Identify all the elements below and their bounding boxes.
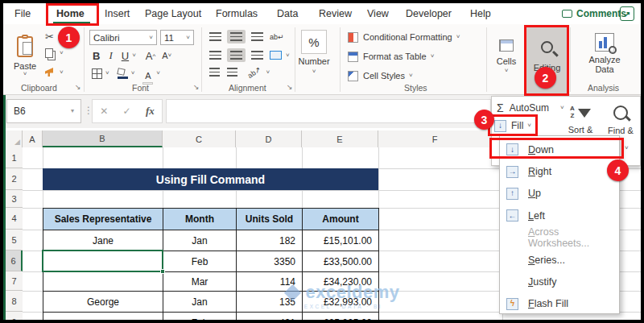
cut-icon[interactable]: ✂ [45, 31, 54, 43]
cell-b8[interactable]: George [43, 292, 163, 313]
fill-color-icon[interactable] [118, 68, 128, 79]
col-header-a[interactable]: A [23, 130, 43, 147]
col-header-d[interactable]: D [236, 130, 302, 147]
selected-cell-outline[interactable] [42, 250, 163, 272]
cell-e5[interactable]: £15,101.00 [303, 230, 379, 251]
row-header-9[interactable]: 9 [6, 312, 23, 320]
name-box-dropdown-icon[interactable]: ▾ [71, 108, 74, 114]
cell-e6[interactable]: £33,500.00 [303, 251, 379, 272]
select-all-corner[interactable]: ◢ [6, 130, 23, 147]
copy-icon[interactable] [45, 48, 53, 58]
shrink-font-button[interactable]: A [162, 51, 167, 60]
col-header-f[interactable]: F [378, 130, 491, 147]
underline-button[interactable]: U [122, 50, 129, 62]
font-color-icon[interactable]: A [142, 68, 153, 79]
formula-input[interactable] [166, 99, 491, 123]
menu-item-series[interactable]: Series... [500, 249, 619, 271]
align-right-button[interactable] [251, 51, 263, 60]
row-header-8[interactable]: 8 [6, 291, 23, 312]
row-header-2[interactable]: 2 [6, 168, 23, 190]
cell-b7[interactable] [43, 272, 163, 292]
find-select-button[interactable]: Find & [602, 100, 639, 140]
name-box[interactable]: B6 ▾ [6, 99, 81, 123]
cell-styles-button[interactable]: Cell Styles ˅ [348, 69, 413, 82]
wrap-text-button[interactable]: ab↵ [270, 33, 284, 41]
format-painter-icon[interactable] [45, 68, 53, 77]
number-group-button-label[interactable]: Number [298, 56, 329, 66]
increase-indent-button[interactable] [227, 68, 237, 77]
menu-item-left[interactable]: ← Left [500, 205, 619, 226]
font-dialog-launcher-icon[interactable]: ↘ [193, 83, 200, 91]
tab-data[interactable]: Data [277, 8, 298, 19]
cell-e8[interactable]: £32,993.00 [303, 292, 379, 313]
cell-d9[interactable]: 401 [237, 313, 303, 321]
header-cell[interactable]: Month [163, 209, 237, 230]
menu-item-up[interactable]: ↑ Up [500, 183, 619, 205]
tab-developer[interactable]: Developer [406, 8, 452, 19]
enter-icon[interactable]: ✓ [123, 106, 131, 117]
cell-b9[interactable] [43, 313, 163, 321]
col-header-c[interactable]: C [163, 130, 236, 147]
share-icon[interactable]: ↗ [620, 6, 634, 21]
menu-item-flash-fill[interactable]: ϟ Flash Fill [500, 293, 619, 315]
cell-e9[interactable]: £25,205.00 [303, 313, 379, 321]
tab-review[interactable]: Review [319, 8, 352, 19]
merge-center-icon[interactable] [270, 51, 282, 60]
center-button[interactable] [227, 48, 246, 62]
sort-filter-button[interactable]: AZ Sort & [562, 100, 599, 140]
paste-button[interactable]: Paste ˅ [10, 29, 40, 84]
top-align-button[interactable] [209, 32, 221, 41]
bottom-align-button[interactable] [251, 32, 263, 41]
tab-page-layout[interactable]: Page Layout [145, 8, 201, 19]
clipboard-dialog-launcher-icon[interactable]: ↘ [75, 83, 81, 91]
cell-d6[interactable]: 3350 [237, 251, 303, 272]
row-header-7[interactable]: 7 [6, 271, 23, 291]
tab-view[interactable]: View [367, 8, 389, 19]
font-size-combo[interactable]: 11˅ [160, 30, 194, 45]
cell-b5[interactable]: Jane [43, 230, 163, 251]
bold-button[interactable]: B [93, 50, 100, 62]
cell-c9[interactable]: Feb [163, 313, 237, 321]
cancel-icon[interactable]: ✕ [100, 106, 108, 117]
cell-c7[interactable]: Mar [163, 272, 237, 292]
percent-style-button[interactable]: % [301, 30, 327, 54]
tab-file[interactable]: File [14, 8, 31, 19]
cell-d8[interactable]: 135 [237, 292, 303, 313]
conditional-formatting-button[interactable]: Conditional Formatting ˅ [348, 31, 460, 43]
header-cell[interactable]: Amount [303, 209, 379, 230]
middle-align-button[interactable] [227, 30, 246, 43]
col-header-e[interactable]: E [302, 130, 378, 147]
align-left-button[interactable] [209, 51, 221, 60]
tab-formulas[interactable]: Formulas [216, 8, 258, 19]
row-header-3[interactable]: 3 [6, 190, 23, 208]
grow-font-button[interactable]: A [146, 50, 153, 62]
cell-c5[interactable]: Jan [163, 230, 237, 251]
format-as-table-button[interactable]: Format as Table ˅ [348, 50, 434, 63]
autosum-button[interactable]: Σ AutoSum ˅ [497, 101, 564, 115]
find-select-chevron-icon[interactable]: ˅ [625, 145, 629, 151]
analyze-data-button[interactable]: Analyze Data [576, 27, 633, 79]
row-header-6-selected[interactable]: 6 [6, 251, 23, 271]
header-cell[interactable]: Units Sold [237, 209, 303, 230]
alignment-dialog-launcher-icon[interactable]: ↘ [287, 83, 293, 91]
tab-help[interactable]: Help [470, 8, 491, 19]
row-header-5[interactable]: 5 [6, 230, 23, 251]
fill-handle[interactable] [160, 269, 165, 274]
header-cell[interactable]: Sales Representative [43, 209, 163, 230]
cell-d5[interactable]: 182 [237, 230, 303, 251]
comments-button[interactable]: Comments [562, 6, 626, 21]
borders-icon[interactable] [92, 68, 102, 79]
tab-insert[interactable]: Insert [105, 8, 130, 19]
decrease-indent-button[interactable] [209, 68, 220, 77]
cell-c8[interactable]: Jan [163, 292, 237, 313]
row-header-1[interactable]: 1 [6, 147, 23, 168]
col-header-b[interactable]: B [43, 130, 163, 147]
font-name-combo[interactable]: Calibri˅ [89, 30, 157, 45]
insert-function-icon[interactable]: fx [146, 105, 155, 118]
row-header-4[interactable]: 4 [6, 208, 23, 230]
menu-item-right[interactable]: → Right [500, 160, 619, 182]
cell-c6[interactable]: Feb [163, 251, 237, 272]
menu-item-justify[interactable]: Justify [500, 271, 619, 292]
cell-d7[interactable]: 114 [237, 272, 303, 292]
cell-e7[interactable]: £34,230.00 [303, 272, 379, 292]
